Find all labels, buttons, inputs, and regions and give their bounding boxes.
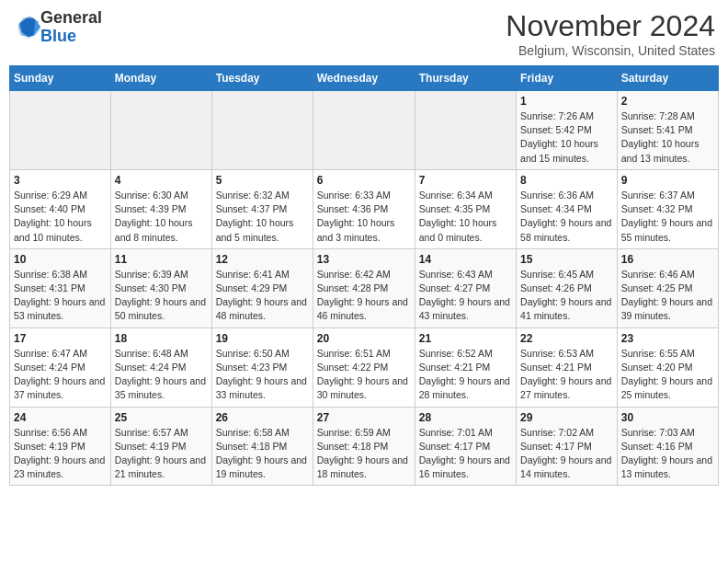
- calendar-day-cell: 9Sunrise: 6:37 AMSunset: 4:32 PMDaylight…: [617, 169, 718, 248]
- day-number: 6: [317, 174, 411, 187]
- day-number: 9: [621, 174, 714, 187]
- day-info: Sunrise: 6:43 AMSunset: 4:27 PMDaylight:…: [419, 268, 512, 324]
- day-number: 22: [520, 332, 613, 345]
- day-number: 3: [14, 174, 107, 187]
- day-info: Sunrise: 6:58 AMSunset: 4:18 PMDaylight:…: [216, 426, 309, 482]
- day-number: 1: [520, 95, 613, 108]
- calendar-day-cell: [415, 91, 516, 170]
- calendar-day-cell: 7Sunrise: 6:34 AMSunset: 4:35 PMDaylight…: [415, 169, 516, 248]
- weekday-header-row: SundayMondayTuesdayWednesdayThursdayFrid…: [10, 66, 719, 91]
- day-info: Sunrise: 6:51 AMSunset: 4:22 PMDaylight:…: [317, 347, 411, 403]
- day-number: 11: [115, 253, 208, 266]
- day-info: Sunrise: 6:30 AMSunset: 4:39 PMDaylight:…: [115, 189, 208, 245]
- header: General Blue November 2024 Belgium, Wisc…: [9, 9, 719, 58]
- calendar-day-cell: 18Sunrise: 6:48 AMSunset: 4:24 PMDayligh…: [110, 327, 211, 407]
- day-number: 5: [216, 174, 309, 187]
- day-info: Sunrise: 6:57 AMSunset: 4:19 PMDaylight:…: [115, 426, 208, 482]
- calendar-day-cell: 14Sunrise: 6:43 AMSunset: 4:27 PMDayligh…: [415, 248, 516, 327]
- weekday-header-sunday: Sunday: [10, 66, 111, 91]
- calendar-day-cell: 12Sunrise: 6:41 AMSunset: 4:29 PMDayligh…: [211, 248, 313, 327]
- calendar-table: SundayMondayTuesdayWednesdayThursdayFrid…: [9, 65, 719, 486]
- calendar-day-cell: 30Sunrise: 7:03 AMSunset: 4:16 PMDayligh…: [617, 407, 718, 486]
- calendar-day-cell: [313, 91, 415, 170]
- day-number: 21: [419, 332, 512, 345]
- calendar-week-row: 10Sunrise: 6:38 AMSunset: 4:31 PMDayligh…: [10, 248, 719, 327]
- day-number: 17: [14, 332, 107, 345]
- calendar-day-cell: 25Sunrise: 6:57 AMSunset: 4:19 PMDayligh…: [110, 407, 211, 486]
- day-info: Sunrise: 6:37 AMSunset: 4:32 PMDaylight:…: [621, 189, 714, 245]
- day-info: Sunrise: 7:28 AMSunset: 5:41 PMDaylight:…: [621, 109, 714, 166]
- weekday-header-friday: Friday: [517, 66, 618, 91]
- month-title: November 2024: [506, 9, 715, 43]
- calendar-week-row: 3Sunrise: 6:29 AMSunset: 4:40 PMDaylight…: [10, 169, 719, 248]
- logo-blue-text: Blue: [40, 27, 76, 45]
- calendar-day-cell: 29Sunrise: 7:02 AMSunset: 4:17 PMDayligh…: [517, 407, 618, 486]
- logo-general-text: General: [40, 8, 102, 27]
- day-info: Sunrise: 6:38 AMSunset: 4:31 PMDaylight:…: [14, 268, 107, 324]
- calendar-day-cell: 24Sunrise: 6:56 AMSunset: 4:19 PMDayligh…: [10, 407, 111, 486]
- day-info: Sunrise: 6:36 AMSunset: 4:34 PMDaylight:…: [520, 189, 613, 245]
- day-number: 19: [216, 332, 309, 345]
- day-number: 7: [419, 174, 512, 187]
- title-area: November 2024 Belgium, Wisconsin, United…: [506, 9, 715, 58]
- day-number: 23: [621, 332, 714, 345]
- calendar-day-cell: 16Sunrise: 6:46 AMSunset: 4:25 PMDayligh…: [617, 248, 718, 327]
- weekday-header-monday: Monday: [110, 66, 211, 91]
- logo: General Blue: [13, 9, 102, 46]
- calendar-day-cell: 11Sunrise: 6:39 AMSunset: 4:30 PMDayligh…: [110, 248, 211, 327]
- day-info: Sunrise: 6:33 AMSunset: 4:36 PMDaylight:…: [317, 189, 411, 245]
- calendar-day-cell: 22Sunrise: 6:53 AMSunset: 4:21 PMDayligh…: [517, 327, 618, 407]
- day-info: Sunrise: 6:34 AMSunset: 4:35 PMDaylight:…: [419, 189, 512, 245]
- day-info: Sunrise: 6:45 AMSunset: 4:26 PMDaylight:…: [520, 268, 613, 324]
- day-number: 10: [14, 253, 107, 266]
- day-number: 14: [419, 253, 512, 266]
- calendar-day-cell: 23Sunrise: 6:55 AMSunset: 4:20 PMDayligh…: [617, 327, 718, 407]
- day-number: 27: [317, 411, 411, 424]
- day-info: Sunrise: 7:01 AMSunset: 4:17 PMDaylight:…: [419, 426, 512, 482]
- day-info: Sunrise: 6:47 AMSunset: 4:24 PMDaylight:…: [14, 347, 107, 403]
- day-number: 28: [419, 411, 512, 424]
- weekday-header-wednesday: Wednesday: [313, 66, 415, 91]
- day-info: Sunrise: 6:55 AMSunset: 4:20 PMDaylight:…: [621, 347, 714, 403]
- day-number: 25: [115, 411, 208, 424]
- calendar-day-cell: [211, 91, 313, 170]
- day-info: Sunrise: 6:59 AMSunset: 4:18 PMDaylight:…: [317, 426, 411, 482]
- day-number: 30: [621, 411, 714, 424]
- day-number: 26: [216, 411, 309, 424]
- weekday-header-saturday: Saturday: [617, 66, 718, 91]
- weekday-header-thursday: Thursday: [415, 66, 516, 91]
- day-number: 18: [115, 332, 208, 345]
- calendar-day-cell: 28Sunrise: 7:01 AMSunset: 4:17 PMDayligh…: [415, 407, 516, 486]
- day-number: 12: [216, 253, 309, 266]
- day-info: Sunrise: 6:56 AMSunset: 4:19 PMDaylight:…: [14, 426, 107, 482]
- day-info: Sunrise: 7:26 AMSunset: 5:42 PMDaylight:…: [520, 109, 613, 166]
- day-number: 29: [520, 411, 613, 424]
- day-info: Sunrise: 7:03 AMSunset: 4:16 PMDaylight:…: [621, 426, 714, 482]
- calendar-day-cell: 8Sunrise: 6:36 AMSunset: 4:34 PMDaylight…: [517, 169, 618, 248]
- location-subtitle: Belgium, Wisconsin, United States: [506, 43, 715, 58]
- calendar-day-cell: 10Sunrise: 6:38 AMSunset: 4:31 PMDayligh…: [10, 248, 111, 327]
- calendar-day-cell: [10, 91, 111, 170]
- calendar-day-cell: [110, 91, 211, 170]
- day-number: 15: [520, 253, 613, 266]
- day-info: Sunrise: 6:29 AMSunset: 4:40 PMDaylight:…: [14, 189, 107, 245]
- day-info: Sunrise: 6:42 AMSunset: 4:28 PMDaylight:…: [317, 268, 411, 324]
- day-info: Sunrise: 6:32 AMSunset: 4:37 PMDaylight:…: [216, 189, 309, 245]
- calendar-day-cell: 20Sunrise: 6:51 AMSunset: 4:22 PMDayligh…: [313, 327, 415, 407]
- logo-icon: [15, 15, 40, 40]
- day-info: Sunrise: 6:50 AMSunset: 4:23 PMDaylight:…: [216, 347, 309, 403]
- calendar-day-cell: 13Sunrise: 6:42 AMSunset: 4:28 PMDayligh…: [313, 248, 415, 327]
- day-info: Sunrise: 6:48 AMSunset: 4:24 PMDaylight:…: [115, 347, 208, 403]
- calendar-day-cell: 21Sunrise: 6:52 AMSunset: 4:21 PMDayligh…: [415, 327, 516, 407]
- day-number: 24: [14, 411, 107, 424]
- day-number: 13: [317, 253, 411, 266]
- calendar-day-cell: 19Sunrise: 6:50 AMSunset: 4:23 PMDayligh…: [211, 327, 313, 407]
- calendar-day-cell: 2Sunrise: 7:28 AMSunset: 5:41 PMDaylight…: [617, 91, 718, 170]
- calendar-day-cell: 15Sunrise: 6:45 AMSunset: 4:26 PMDayligh…: [517, 248, 618, 327]
- day-number: 20: [317, 332, 411, 345]
- calendar-day-cell: 27Sunrise: 6:59 AMSunset: 4:18 PMDayligh…: [313, 407, 415, 486]
- day-info: Sunrise: 6:46 AMSunset: 4:25 PMDaylight:…: [621, 268, 714, 324]
- calendar-week-row: 1Sunrise: 7:26 AMSunset: 5:42 PMDaylight…: [10, 91, 719, 170]
- day-info: Sunrise: 6:52 AMSunset: 4:21 PMDaylight:…: [419, 347, 512, 403]
- calendar-week-row: 17Sunrise: 6:47 AMSunset: 4:24 PMDayligh…: [10, 327, 719, 407]
